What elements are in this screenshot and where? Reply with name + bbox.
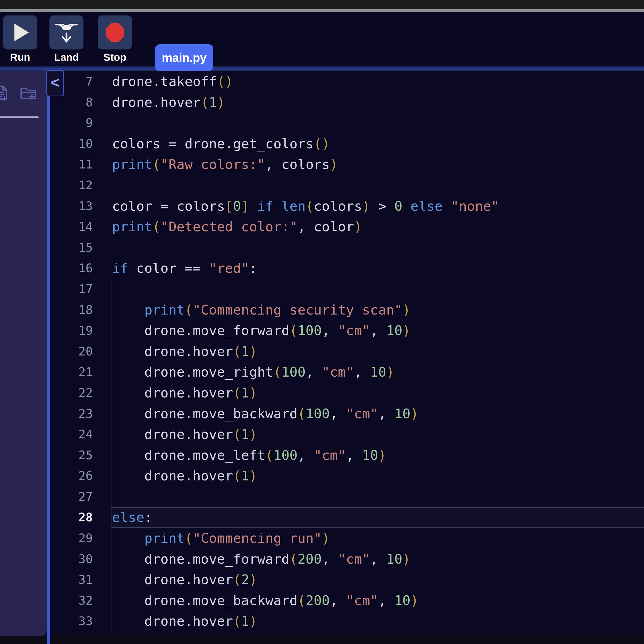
line-number: 15 (50, 237, 93, 258)
code-line[interactable]: 14print("Detected color:", color) (50, 216, 644, 237)
code-line[interactable]: 22 drone.hover(1) (50, 383, 644, 403)
code-line[interactable]: 25 drone.move_left(100, "cm", 10) (50, 445, 644, 466)
code-text: drone.hover(2) (112, 569, 257, 590)
stop-octagon-icon (106, 23, 124, 42)
line-number: 29 (50, 528, 93, 549)
code-line[interactable]: 13color = colors[0] if len(colors) > 0 e… (50, 196, 644, 217)
code-text: drone.hover(1) (112, 92, 225, 113)
sidebar-collapse-button[interactable]: < (46, 70, 64, 96)
line-number: 18 (50, 300, 93, 320)
code-text: drone.move_backward(100, "cm", 10) (112, 403, 419, 424)
code-text: print("Commencing run") (112, 528, 330, 549)
run-button[interactable] (3, 15, 37, 49)
line-number: 34 (50, 632, 93, 636)
code-text: drone.takeoff() (112, 71, 233, 92)
code-line[interactable]: 20 drone.hover(1) (50, 341, 644, 362)
line-number: 24 (50, 424, 93, 445)
code-line[interactable]: 32 drone.move_backward(200, "cm", 10) (50, 590, 644, 611)
land-button[interactable] (49, 15, 83, 49)
code-line[interactable]: 29 print("Commencing run") (50, 528, 644, 549)
code-text: drone.move_forward(100, "cm", 10) (112, 320, 410, 341)
sidebar-editor-divider[interactable] (47, 94, 50, 644)
code-line[interactable]: 34 (50, 632, 644, 636)
code-text: drone.move_forward(200, "cm", 10) (112, 549, 410, 570)
line-number: 26 (50, 465, 93, 486)
line-number: 33 (50, 611, 93, 632)
code-line[interactable]: 16if color == "red": (50, 258, 644, 279)
tab-main-py[interactable]: main.py (155, 44, 213, 71)
run-button-label: Run (3, 52, 37, 63)
code-line[interactable]: 17 (50, 279, 644, 300)
line-number: 25 (50, 445, 93, 466)
code-text: else: (112, 507, 152, 528)
line-number: 14 (50, 216, 93, 237)
ide-window: Run Land Stop main.py (0, 0, 644, 644)
bottom-status-strip (0, 636, 644, 644)
code-line[interactable]: 18 print("Commencing security scan") (50, 300, 644, 320)
code-line[interactable]: 12 (50, 175, 644, 196)
code-line[interactable]: 23 drone.move_backward(100, "cm", 10) (50, 403, 644, 424)
code-line[interactable]: 21 drone.move_right(100, "cm", 10) (50, 362, 644, 383)
open-folder-icon[interactable] (20, 84, 38, 102)
line-number: 20 (50, 341, 93, 362)
line-number: 27 (50, 486, 93, 507)
code-text: colors = drone.get_colors() (112, 133, 330, 154)
line-number: 12 (50, 175, 93, 196)
code-text: drone.hover(1) (112, 611, 257, 632)
code-text: drone.hover(1) (112, 465, 257, 486)
code-line[interactable]: 9 (50, 113, 644, 133)
file-explorer-sidebar (0, 71, 47, 636)
code-line[interactable]: 28else: (50, 507, 644, 528)
code-line[interactable]: 7drone.takeoff() (50, 71, 644, 92)
stop-button-label: Stop (98, 52, 132, 63)
toolbar: Run Land Stop (0, 12, 644, 66)
line-number: 17 (50, 279, 93, 300)
line-number: 28 (50, 507, 93, 528)
chevron-left-icon: < (51, 75, 60, 90)
play-icon (14, 24, 29, 41)
window-chrome-divider (0, 9, 644, 12)
code-line[interactable]: 19 drone.move_forward(100, "cm", 10) (50, 320, 644, 341)
code-text: print("Commencing security scan") (112, 300, 410, 320)
line-number: 31 (50, 569, 93, 590)
code-text: drone.move_backward(200, "cm", 10) (112, 590, 419, 611)
window-top-strip (0, 0, 644, 9)
code-line[interactable]: 24 drone.hover(1) (50, 424, 644, 445)
code-text: if color == "red": (112, 258, 257, 279)
code-text: drone.hover(1) (112, 341, 257, 362)
code-line[interactable]: 8drone.hover(1) (50, 92, 644, 113)
code-line[interactable]: 27 (50, 486, 644, 507)
new-file-icon[interactable] (0, 84, 10, 102)
line-number: 21 (50, 362, 93, 383)
code-line[interactable]: 26 drone.hover(1) (50, 465, 644, 486)
line-number: 13 (50, 196, 93, 217)
code-text: drone.hover(1) (112, 424, 257, 445)
code-line[interactable]: 31 drone.hover(2) (50, 569, 644, 590)
line-number: 32 (50, 590, 93, 611)
code-text: drone.move_left(100, "cm", 10) (112, 445, 386, 466)
code-text: print("Detected color:", color) (112, 216, 362, 237)
code-text: print("Raw colors:", colors) (112, 154, 338, 175)
line-number: 11 (50, 154, 93, 175)
content-top-border (0, 66, 644, 71)
code-rows: 7drone.takeoff()8drone.hover(1)910colors… (50, 71, 644, 636)
code-line[interactable]: 10colors = drone.get_colors() (50, 133, 644, 154)
code-line[interactable]: 15 (50, 237, 644, 258)
line-number: 19 (50, 320, 93, 341)
line-number: 30 (50, 549, 93, 570)
code-text: drone.hover(1) (112, 383, 257, 403)
code-line[interactable]: 30 drone.move_forward(200, "cm", 10) (50, 549, 644, 570)
code-line[interactable]: 11print("Raw colors:", colors) (50, 154, 644, 175)
drone-land-icon (55, 20, 78, 45)
code-line[interactable]: 33 drone.hover(1) (50, 611, 644, 632)
line-number: 9 (50, 113, 93, 133)
code-editor[interactable]: 7drone.takeoff()8drone.hover(1)910colors… (50, 71, 644, 636)
line-number: 22 (50, 383, 93, 403)
stop-button[interactable] (98, 15, 132, 49)
code-text: drone.move_right(100, "cm", 10) (112, 362, 394, 383)
line-number: 23 (50, 403, 93, 424)
line-number: 16 (50, 258, 93, 279)
line-number: 10 (50, 133, 93, 154)
land-button-label: Land (49, 52, 83, 63)
sidebar-divider (0, 116, 39, 118)
